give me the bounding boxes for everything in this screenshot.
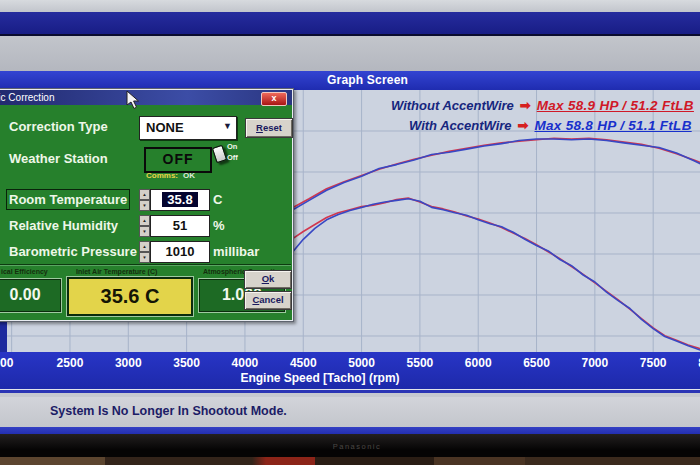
room-temperature-input[interactable]: 35.8 (150, 189, 210, 211)
barometric-pressure-stepper: ▲ ▼ (139, 241, 150, 263)
right-arrow-icon: ➡ (518, 118, 529, 133)
axis-tick-label: 5000 (348, 356, 375, 370)
barometric-pressure-input[interactable]: 1010 (150, 241, 210, 263)
axis-tick-label: 5500 (407, 356, 434, 370)
axis-tick-label: 3500 (173, 356, 200, 370)
spin-down-icon[interactable]: ▼ (139, 226, 150, 237)
right-arrow-icon: ➡ (520, 98, 531, 113)
dialog-titlebar[interactable]: Atmospheric Correction x (0, 90, 292, 105)
barometric-pressure-unit: millibar (213, 244, 259, 259)
dyno-curve (292, 198, 700, 350)
toggle-on-label: On (227, 142, 237, 151)
reset-button[interactable]: Reset (245, 118, 293, 138)
divider (0, 264, 291, 266)
axis-tick-label: 6500 (523, 356, 550, 370)
weather-station-label: Weather Station (9, 151, 108, 166)
axis-tick-label: 7500 (640, 356, 667, 370)
axis-tick-label: 1900 (0, 356, 13, 370)
axis-tick-label: 2500 (57, 356, 84, 370)
annotation-max-value: Max 58.8 HP / 51.1 FtLB (534, 118, 691, 133)
dyno-curve (292, 199, 700, 352)
separator (0, 389, 700, 397)
dialog-title: Atmospheric Correction (0, 92, 54, 103)
mouse-cursor (126, 90, 140, 110)
desk-area (0, 457, 700, 465)
axis-tick-label: 4500 (290, 356, 317, 370)
inlet-air-temp-value: 35.6 C (67, 277, 193, 316)
annotation-without-accentwire: Without AccentWire ➡ Max 58.9 HP / 51.2 … (391, 98, 694, 113)
spin-up-icon[interactable]: ▲ (139, 241, 150, 252)
top-light-band (0, 0, 700, 12)
room-temperature-field: ▲ ▼ 35.8 (139, 189, 210, 211)
relative-humidity-field: ▲ ▼ 51 (139, 215, 210, 237)
weather-station-toggle[interactable] (212, 145, 227, 164)
correction-type-value: NONE (146, 120, 184, 135)
monitor-photo: Graph Screen Without AccentWire ➡ Max 58… (0, 0, 700, 465)
toggle-off-label: Off (227, 153, 238, 162)
spin-down-icon[interactable]: ▼ (139, 200, 150, 211)
correction-type-label: Correction Type (9, 119, 108, 134)
axis-tick-label: 7000 (582, 356, 609, 370)
relative-humidity-unit: % (213, 218, 225, 233)
relative-humidity-input[interactable]: 51 (150, 215, 210, 237)
relative-humidity-label: Relative Humidity (9, 218, 118, 233)
ok-button[interactable]: Ok (244, 270, 292, 289)
correction-type-dropdown[interactable]: NONE ▼ (139, 116, 237, 140)
spin-up-icon[interactable]: ▲ (139, 189, 150, 200)
comms-status: Comms:OK (146, 171, 195, 180)
room-temperature-unit: C (213, 192, 222, 207)
spin-up-icon[interactable]: ▲ (139, 215, 150, 226)
dyno-curve (292, 139, 700, 211)
x-axis-band: 1900250030003500400045005000550060006500… (0, 352, 700, 389)
inlet-air-temp-label: Inlet Air Temperature (C) (76, 268, 157, 275)
axis-tick-label: 4000 (232, 356, 259, 370)
room-temperature-label: Room Temperature (9, 192, 127, 207)
graph-window-title: Graph Screen (327, 73, 408, 87)
selected-text: 35.8 (162, 192, 197, 207)
efficiency-panel-label: ical Efficiency (1, 268, 48, 275)
relative-humidity-stepper: ▲ ▼ (139, 215, 150, 237)
room-temperature-stepper: ▲ ▼ (139, 189, 150, 211)
annotation-label: Without AccentWire (391, 98, 514, 113)
top-navy-band (0, 12, 700, 36)
toolbar-band (0, 36, 700, 72)
monitor-bezel: Panasonic (0, 434, 700, 457)
x-axis-title: Engine Speed [Tacho] (rpm) (240, 371, 399, 385)
barometric-pressure-field: ▲ ▼ 1010 (139, 241, 210, 263)
annotation-label: With AccentWire (409, 118, 512, 133)
close-icon[interactable]: x (261, 92, 287, 106)
annotation-max-value: Max 58.9 HP / 51.2 FtLB (537, 98, 694, 113)
monitor-brand-logo: Panasonic (333, 442, 382, 451)
dyno-curve (292, 138, 700, 208)
efficiency-panel-value: 0.00 (0, 279, 61, 312)
screen-bottom-strip (0, 427, 700, 434)
barometric-pressure-label: Barometric Pressure (9, 244, 137, 259)
atmospheric-correction-dialog: Atmospheric Correction x Correction Type… (0, 88, 294, 322)
spin-down-icon[interactable]: ▼ (139, 252, 150, 263)
status-message: System Is No Longer In Shootout Mode. (50, 404, 287, 418)
cancel-button[interactable]: Cancel (244, 291, 292, 310)
annotation-with-accentwire: With AccentWire ➡ Max 58.8 HP / 51.1 FtL… (409, 118, 692, 133)
axis-tick-label: 3000 (115, 356, 142, 370)
comms-value: OK (183, 171, 195, 180)
status-bar: System Is No Longer In Shootout Mode. (0, 397, 700, 427)
chevron-down-icon: ▼ (223, 121, 232, 131)
axis-tick-label: 6000 (465, 356, 492, 370)
weather-station-status: OFF (144, 147, 212, 173)
comms-label: Comms: (146, 171, 178, 180)
